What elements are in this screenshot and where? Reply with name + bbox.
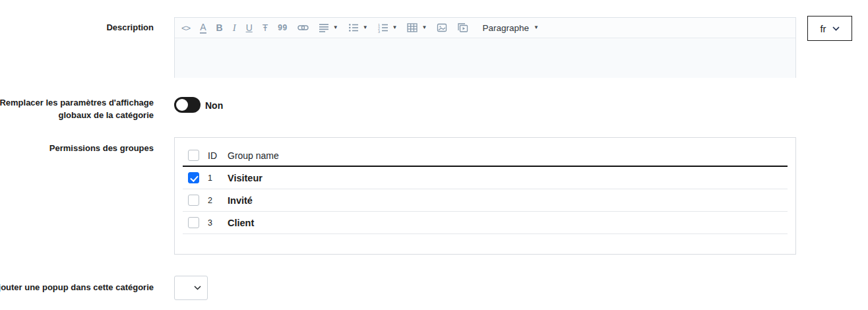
- chevron-down-icon: [832, 26, 840, 31]
- code-view-icon[interactable]: <>: [181, 24, 190, 32]
- bullet-list-icon: [348, 22, 359, 33]
- paragraph-style-dropdown[interactable]: Paragraphe ▼: [482, 23, 538, 33]
- row-checkbox[interactable]: [188, 195, 199, 206]
- table-row[interactable]: 1 Visiteur: [183, 167, 788, 189]
- editor-toolbar: <> A B I U Ŧ 99: [175, 18, 795, 38]
- numbered-list-dropdown[interactable]: 1 2 3 ▼: [378, 22, 398, 33]
- blockquote-icon[interactable]: 99: [278, 24, 287, 32]
- column-header-group-name: Group name: [228, 150, 279, 161]
- row-id: 1: [208, 173, 228, 183]
- table-dropdown[interactable]: ▼: [407, 22, 427, 33]
- description-rich-text-editor[interactable]: <> A B I U Ŧ 99: [174, 17, 796, 78]
- group-permissions-table: ID Group name 1 Visiteur 2 Invité 3 Clie…: [174, 137, 796, 255]
- caret-down-icon: ▼: [421, 25, 427, 30]
- row-group-name: Invité: [228, 195, 253, 206]
- svg-text:3: 3: [378, 30, 380, 34]
- category-settings-form: Description <> A B I U Ŧ 99: [0, 0, 868, 310]
- text-color-icon[interactable]: A: [200, 22, 206, 34]
- column-header-id: ID: [208, 150, 228, 161]
- select-all-checkbox[interactable]: [188, 150, 199, 161]
- toggle-state-label: Non: [205, 100, 223, 111]
- bold-icon[interactable]: B: [216, 23, 223, 32]
- caret-down-icon: ▼: [392, 25, 398, 30]
- override-display-label: Remplacer les paramètres d'affichage glo…: [0, 97, 154, 122]
- strikethrough-icon[interactable]: Ŧ: [263, 23, 268, 32]
- paragraph-style-label: Paragraphe: [482, 23, 529, 33]
- underline-icon[interactable]: U: [246, 23, 253, 32]
- row-group-name: Visiteur: [228, 173, 263, 183]
- add-popup-select[interactable]: [174, 276, 208, 300]
- row-id: 2: [208, 196, 228, 205]
- media-icon[interactable]: [457, 22, 468, 33]
- row-checkbox[interactable]: [188, 217, 199, 228]
- description-label: Description: [0, 22, 154, 34]
- chevron-down-icon: [194, 286, 201, 290]
- table-row[interactable]: 3 Client: [183, 212, 788, 234]
- add-popup-label: Ajouter une popup dans cette catégorie: [0, 282, 154, 294]
- table-row[interactable]: 2 Invité: [183, 189, 788, 212]
- override-display-toggle[interactable]: [174, 97, 201, 113]
- row-group-name: Client: [228, 218, 254, 228]
- numbered-list-icon: 1 2 3: [378, 22, 388, 33]
- link-icon[interactable]: [297, 22, 309, 33]
- language-selector-value: fr: [820, 23, 826, 34]
- row-checkbox[interactable]: [188, 172, 199, 183]
- bullet-list-dropdown[interactable]: ▼: [348, 22, 368, 33]
- language-selector-button[interactable]: fr: [807, 16, 852, 41]
- align-justify-icon: [319, 22, 329, 33]
- italic-icon[interactable]: I: [233, 23, 236, 33]
- image-icon[interactable]: [437, 22, 447, 33]
- row-id: 3: [208, 218, 228, 228]
- caret-down-icon: ▼: [333, 25, 338, 30]
- table-icon: [407, 22, 418, 33]
- group-permissions-label: Permissions des groupes: [0, 142, 154, 155]
- table-header-row: ID Group name: [183, 145, 788, 167]
- align-dropdown[interactable]: ▼: [319, 22, 338, 33]
- description-editor-content[interactable]: [175, 38, 795, 78]
- caret-down-icon: ▼: [363, 25, 368, 30]
- toggle-knob: [176, 99, 188, 111]
- caret-down-icon: ▼: [534, 25, 539, 30]
